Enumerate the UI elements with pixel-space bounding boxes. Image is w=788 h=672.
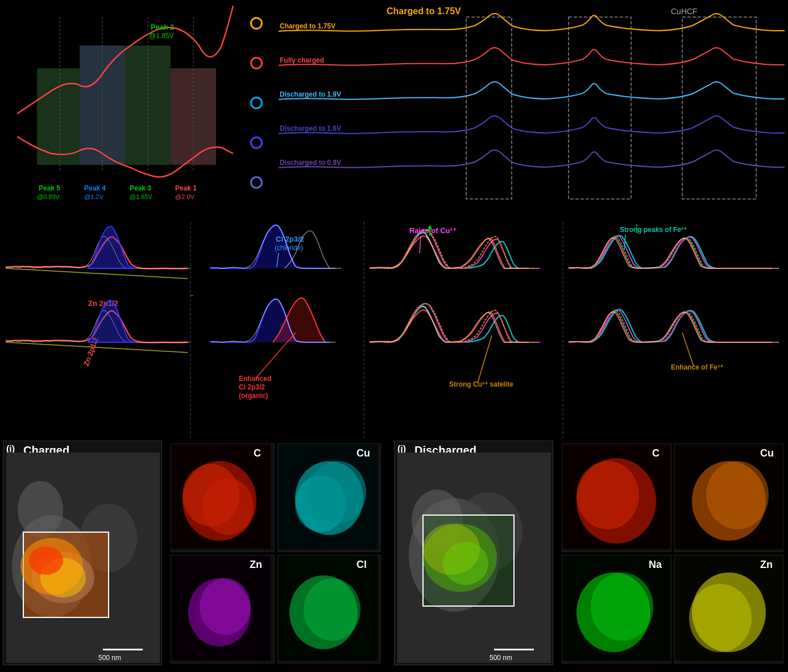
- svg-point-109: [689, 584, 752, 652]
- xps-spectra-chart: Charged to 1.75V CuHCF Charged to 1.75V …: [273, 0, 785, 219]
- svg-text:Peak 4: Peak 4: [84, 184, 106, 192]
- eds-charged-maps: C Cu Zn: [168, 441, 384, 665]
- svg-text:C: C: [254, 447, 261, 459]
- legend-lightblue-circle: [250, 97, 263, 109]
- main-figure: Peak 2 @1.85V Peak 5 @0.89V Peak 4 @1.2V…: [0, 0, 788, 672]
- svg-text:CuHCF: CuHCF: [671, 7, 698, 16]
- svg-line-46: [624, 234, 625, 250]
- svg-point-105: [591, 573, 653, 641]
- svg-text:Enhance of Fe³⁺: Enhance of Fe³⁺: [671, 363, 724, 371]
- eds-discharged-maps: C Cu Na: [559, 441, 786, 665]
- svg-text:@1.2V: @1.2V: [84, 193, 103, 200]
- svg-text:Peak 3: Peak 3: [130, 184, 151, 192]
- svg-line-40: [420, 236, 421, 253]
- stem-discharged-panel: (j) Discharged 500 nm: [394, 441, 553, 665]
- svg-rect-64: [103, 649, 143, 650]
- middle-xps-chart: Zn 2p1/2 Zn 2p1/2 Cl 2p3/2: [0, 222, 788, 438]
- legend-blue-circle: [250, 136, 263, 149]
- svg-text:Peak 5: Peak 5: [39, 184, 60, 192]
- eds-Cud-svg: Cu: [675, 444, 783, 549]
- svg-point-101: [706, 461, 769, 529]
- svg-line-28: [6, 268, 188, 279]
- svg-text:@0.89V: @0.89V: [37, 193, 60, 200]
- svg-line-49: [682, 333, 694, 366]
- svg-point-69: [202, 478, 254, 535]
- eds-C-charged: C: [171, 443, 275, 552]
- eds-Cu-charged: Cu: [277, 443, 381, 552]
- svg-text:Peak 2: Peak 2: [151, 23, 174, 31]
- middle-xps-section: Zn 2p1/2 Zn 2p1/2 Cl 2p3/2: [0, 222, 788, 438]
- svg-point-97: [577, 461, 639, 529]
- eds-Na-discharged: Na: [562, 555, 671, 663]
- eds-C-discharged: C: [562, 443, 671, 552]
- svg-text:C: C: [652, 447, 660, 459]
- svg-text:Fully charged: Fully charged: [280, 56, 324, 64]
- eds-Cu-svg: Cu: [278, 444, 378, 549]
- svg-text:Cu: Cu: [760, 447, 774, 459]
- eds-Zn-charged: Zn: [171, 555, 275, 663]
- svg-text:@1.65V: @1.65V: [130, 193, 153, 200]
- svg-text:Strong Cu²⁺ satelite: Strong Cu²⁺ satelite: [449, 380, 513, 388]
- eds-Cl-charged: Cl: [277, 555, 381, 663]
- eds-Na-svg: Na: [562, 555, 670, 661]
- legend-circles: [250, 17, 263, 189]
- svg-rect-93: [494, 649, 534, 650]
- svg-text:(chloride): (chloride): [275, 244, 303, 252]
- svg-text:Raise of Cu¹⁺: Raise of Cu¹⁺: [409, 226, 457, 235]
- legend-red-circle: [250, 57, 263, 69]
- svg-point-74: [309, 461, 366, 524]
- svg-line-44: [478, 335, 492, 383]
- svg-text:Zn: Zn: [250, 559, 262, 570]
- svg-rect-20: [466, 17, 512, 199]
- eds-Cd-svg: C: [562, 444, 670, 549]
- svg-point-92: [443, 542, 488, 585]
- svg-rect-22: [682, 17, 756, 199]
- svg-text:@2.0V: @2.0V: [175, 193, 194, 200]
- svg-text:Discharged to 0.9V: Discharged to 0.9V: [280, 159, 341, 167]
- svg-text:Peak 1: Peak 1: [175, 184, 197, 192]
- eds-Zn-svg: Zn: [171, 555, 271, 661]
- svg-text:Charged to 1.75V: Charged to 1.75V: [280, 22, 335, 30]
- stem-charged-panel: (i) Charged 500 nm: [3, 441, 162, 665]
- svg-text:Discharged to 1.6V: Discharged to 1.6V: [280, 125, 341, 132]
- eds-Cl-svg: Cl: [278, 555, 378, 661]
- svg-point-57: [18, 481, 63, 538]
- svg-text:Cl 2p3/2: Cl 2p3/2: [239, 383, 265, 391]
- svg-text:@1.85V: @1.85V: [149, 32, 174, 40]
- svg-text:500 nm: 500 nm: [98, 654, 121, 662]
- eds-Znd-svg: Zn: [675, 555, 783, 661]
- svg-text:Strong peaks of Fe²⁺: Strong peaks of Fe²⁺: [620, 226, 687, 234]
- stem-charged-svg: 500 nm: [6, 453, 160, 663]
- eds-C-svg: C: [171, 444, 271, 549]
- legend-orange-circle: [250, 17, 263, 30]
- svg-text:Cl: Cl: [356, 559, 367, 570]
- svg-rect-21: [569, 17, 631, 199]
- svg-text:Enhanced: Enhanced: [239, 375, 271, 383]
- svg-point-78: [200, 578, 251, 635]
- svg-text:(organic): (organic): [239, 392, 268, 400]
- svg-text:Cu: Cu: [356, 447, 370, 459]
- eds-Zn-discharged: Zn: [674, 555, 784, 663]
- svg-point-82: [304, 578, 360, 641]
- svg-point-63: [29, 546, 63, 575]
- svg-text:Cl 2p3/2: Cl 2p3/2: [276, 235, 304, 243]
- xps-top-panel: Charged to 1.75V CuHCF Charged to 1.75V …: [273, 0, 785, 222]
- eds-Cu-discharged: Cu: [674, 443, 784, 552]
- svg-text:500 nm: 500 nm: [490, 654, 512, 662]
- cv-panel: Peak 2 @1.85V Peak 5 @0.89V Peak 4 @1.2V…: [0, 0, 239, 222]
- svg-text:Na: Na: [649, 559, 662, 570]
- svg-text:Discharged to 1.9V: Discharged to 1.9V: [280, 90, 341, 98]
- svg-text:Zn: Zn: [760, 559, 773, 570]
- legend-darkblue-circle: [250, 176, 263, 189]
- svg-text:Charged to 1.75V: Charged to 1.75V: [387, 6, 461, 16]
- stem-discharged-svg: 500 nm: [397, 453, 551, 663]
- cv-chart: Peak 2 @1.85V Peak 5 @0.89V Peak 4 @1.2V…: [0, 0, 239, 210]
